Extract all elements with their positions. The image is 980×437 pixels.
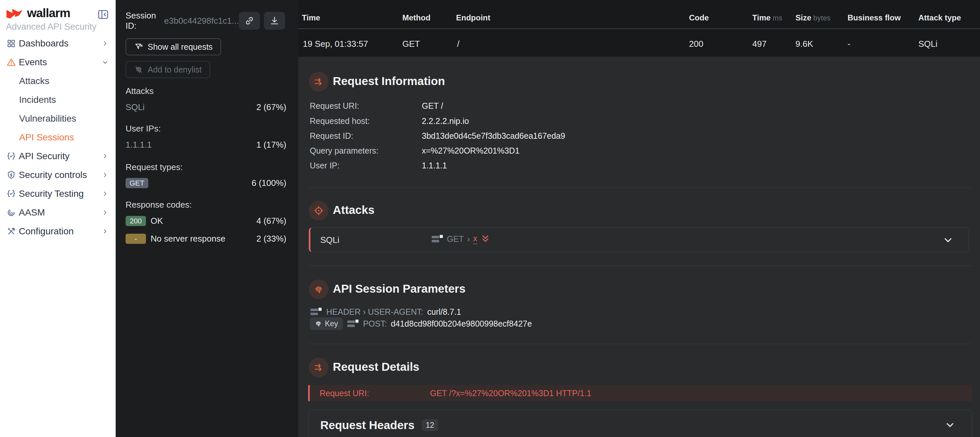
response-code-row[interactable]: 200 OK 4 (67%) (126, 216, 286, 226)
cell-method: GET (402, 39, 420, 49)
chevron-right-icon (102, 172, 109, 179)
column-method[interactable]: Method (402, 13, 430, 22)
cell-response-time: 497 (752, 39, 767, 49)
attack-name: SQLi (126, 102, 145, 112)
attack-param-name[interactable]: x (473, 234, 477, 244)
sidebar-item-label: Dashboards (19, 38, 68, 49)
attack-stat-row[interactable]: SQLi 2 (67%) (126, 102, 286, 112)
request-table-row[interactable]: 19 Sep, 01:33:57 GET / 200 497 9.6K - SQ… (298, 30, 980, 57)
request-headers-header: Request Headers 12 (320, 418, 438, 432)
sidebar-item-dashboards[interactable]: Dashboards (0, 34, 116, 53)
brand-logo: wallarm (6, 5, 70, 21)
add-to-denylist-button[interactable]: Add to denylist (126, 61, 210, 78)
brand-name: wallarm (27, 6, 70, 20)
user-ip-count: 1 (17%) (256, 140, 286, 150)
sidebar-item-security-testing[interactable]: Security Testing (0, 184, 116, 203)
sidebar-item-incidents[interactable]: Incidents (0, 90, 116, 109)
params-icon (347, 318, 359, 329)
status-code-badge: - (126, 234, 146, 244)
download-button[interactable] (264, 12, 285, 30)
info-row: Requested host:2.2.2.2.nip.io (310, 116, 370, 126)
request-headers-card[interactable]: Request Headers 12 (308, 410, 972, 437)
request-uri-label: Request URI: (320, 389, 369, 398)
attack-count: 2 (67%) (256, 102, 286, 112)
attacks-section-title: Attacks (333, 203, 374, 216)
info-row: User IP:1.1.1.1 (310, 161, 339, 171)
request-information-title: Request Information (333, 75, 445, 87)
user-ips-title: User IPs: (126, 124, 161, 134)
sidebar-item-label: Configuration (19, 226, 74, 237)
sidebar-item-security-controls[interactable]: Security controls (0, 165, 116, 184)
column-business-flow[interactable]: Business flow (848, 13, 900, 22)
column-endpoint[interactable]: Endpoint (456, 13, 490, 22)
expand-headers-icon[interactable] (945, 420, 955, 431)
column-time[interactable]: Time (302, 13, 320, 22)
key-badge-label: Key (325, 319, 338, 328)
cell-endpoint: / (457, 39, 459, 49)
sidebar: wallarm Advanced API Security Dashboards… (0, 0, 116, 437)
parameter-path: POST: (363, 319, 387, 329)
user-ip-row[interactable]: 1.1.1.1 1 (17%) (126, 140, 286, 150)
cell-attack-type: SQLi (918, 39, 937, 49)
cell-business-flow: - (848, 39, 851, 49)
request-type-count: 6 (100%) (252, 178, 287, 188)
sidebar-item-api-sessions[interactable]: API Sessions (0, 128, 116, 147)
chevron-right-icon (102, 153, 109, 160)
column-attack-type[interactable]: Attack type (918, 13, 961, 22)
chevron-right-icon (102, 228, 109, 235)
sidebar-item-configuration[interactable]: Configuration (0, 222, 116, 241)
session-parameter-line: HEADER › USER-AGENT: curl/8.7.1 (310, 307, 461, 317)
sidebar-item-label: API Security (19, 151, 70, 162)
session-parameters-title: API Session Parameters (333, 282, 466, 295)
column-response-time[interactable]: Timems (752, 13, 782, 22)
session-summary-panel: Session ID: e3b0c44298fc1c1... Show all … (116, 0, 298, 437)
params-icon (310, 307, 322, 317)
user-ip: 1.1.1.1 (126, 140, 152, 150)
double-chevron-down-icon (480, 234, 490, 244)
response-code-count: 2 (33%) (256, 234, 286, 244)
malicious-uri-row: Request URI: GET /?x=%27%20OR%201%3D1 HT… (308, 385, 972, 401)
sidebar-item-api-security[interactable]: API Security (0, 147, 116, 165)
sidebar-item-vulnerabilities[interactable]: Vulnerabilities (0, 109, 116, 128)
headers-count-badge: 12 (422, 419, 438, 431)
parameter-value: curl/8.7.1 (427, 307, 461, 317)
download-icon (269, 16, 280, 26)
chevron-right-icon (102, 190, 109, 197)
warning-triangle-icon (6, 58, 16, 67)
column-code[interactable]: Code (689, 13, 709, 22)
show-all-requests-button[interactable]: Show all requests (126, 38, 221, 56)
copy-link-button[interactable] (239, 12, 260, 30)
sidebar-collapse-icon[interactable] (97, 9, 109, 21)
info-row: Request ID:3bd13de0d4c5e7f3db3cad6ea167e… (310, 131, 353, 141)
fingerprint-off-icon (134, 65, 143, 74)
sidebar-item-label: Security Testing (19, 189, 84, 199)
braces-check-icon (6, 189, 16, 199)
sidebar-item-label: Security controls (19, 170, 87, 180)
section-divider (308, 265, 972, 266)
spiral-icon (6, 208, 16, 217)
sidebar-item-aasm[interactable]: AASM (0, 203, 116, 222)
request-uri-value: GET /?x=%27%20OR%201%3D1 HTTP/1.1 (430, 389, 591, 398)
response-codes-title: Response codes: (126, 200, 192, 210)
section-divider (308, 344, 972, 344)
expand-attack-icon[interactable] (943, 235, 953, 246)
attack-parameter: GET › x (431, 234, 490, 244)
request-headers-title: Request Headers (320, 418, 415, 432)
session-parameters-icon (309, 280, 329, 299)
info-row: Query parameters:x=%27%20OR%201%3D1 (310, 146, 378, 156)
request-details-title: Request Details (333, 360, 420, 373)
sidebar-item-label: AASM (19, 207, 45, 218)
link-icon (244, 16, 255, 26)
session-id-label: Session ID: (126, 11, 160, 31)
sidebar-item-attacks[interactable]: Attacks (0, 72, 116, 90)
request-type-row[interactable]: GET 6 (100%) (126, 178, 286, 188)
arrows-right-icon (313, 362, 324, 373)
chevron-down-icon (102, 59, 109, 66)
requests-table-header: Time Method Endpoint Code Timems Sizebyt… (298, 0, 980, 29)
response-code-row[interactable]: - No server response 2 (33%) (126, 234, 286, 244)
sidebar-item-events[interactable]: Events (0, 53, 116, 72)
attack-card-sqli[interactable]: SQLi GET › x (309, 227, 969, 252)
fingerprint-icon (313, 284, 324, 295)
column-size[interactable]: Sizebytes (795, 13, 831, 22)
method-badge: GET (126, 178, 148, 188)
